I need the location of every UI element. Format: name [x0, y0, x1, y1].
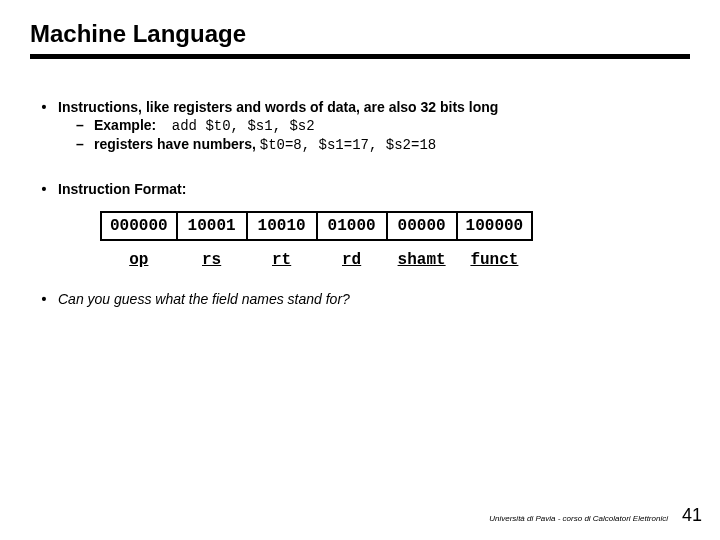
bullet-1-text: Instructions, like registers and words o… [58, 99, 690, 115]
label-rt: rt [247, 240, 317, 273]
cell-rs: 10001 [177, 212, 247, 240]
table-label-row: op rs rt rd shamt funct [101, 240, 532, 273]
sub1-code: add $t0, $s1, $s2 [172, 118, 315, 134]
label-shamt: shamt [387, 240, 457, 273]
bullet-dot: • [30, 181, 58, 197]
table-data-row: 000000 10001 10010 01000 00000 100000 [101, 212, 532, 240]
cell-shamt: 00000 [387, 212, 457, 240]
bullet-2: • Instruction Format: [30, 181, 690, 197]
cell-rd: 01000 [317, 212, 387, 240]
sub2-prefix: registers have numbers, [94, 136, 256, 152]
label-funct: funct [457, 240, 533, 273]
bullet-list: • Instructions, like registers and words… [30, 99, 690, 307]
bullet-dash: – [76, 117, 94, 134]
cell-rt: 10010 [247, 212, 317, 240]
sub1-prefix: Example: [94, 117, 156, 133]
instruction-format-table: 000000 10001 10010 01000 00000 100000 op… [100, 211, 533, 273]
bullet-3: • Can you guess what the field names sta… [30, 291, 690, 307]
bullet-1: • Instructions, like registers and words… [30, 99, 690, 153]
bullet-3-text: Can you guess what the field names stand… [58, 291, 690, 307]
bullet-1-sub-2: – registers have numbers, $t0=8, $s1=17,… [58, 136, 690, 153]
bullet-dot: • [30, 99, 58, 153]
cell-funct: 100000 [457, 212, 533, 240]
slide: Machine Language • Instructions, like re… [0, 0, 720, 540]
bullet-2-text: Instruction Format: [58, 181, 690, 197]
page-number: 41 [682, 505, 702, 526]
label-rd: rd [317, 240, 387, 273]
sub2-code: $t0=8, $s1=17, $s2=18 [260, 137, 436, 153]
label-rs: rs [177, 240, 247, 273]
page-title: Machine Language [30, 20, 690, 48]
bullet-1-sub-1: – Example: add $t0, $s1, $s2 [58, 117, 690, 134]
label-op: op [101, 240, 177, 273]
footer: Università di Pavia - corso di Calcolato… [489, 505, 702, 526]
title-rule [30, 54, 690, 59]
cell-op: 000000 [101, 212, 177, 240]
instruction-table-wrap: 000000 10001 10010 01000 00000 100000 op… [30, 211, 690, 273]
bullet-dash: – [76, 136, 94, 153]
footer-credit: Università di Pavia - corso di Calcolato… [489, 514, 668, 523]
bullet-dot: • [30, 291, 58, 307]
